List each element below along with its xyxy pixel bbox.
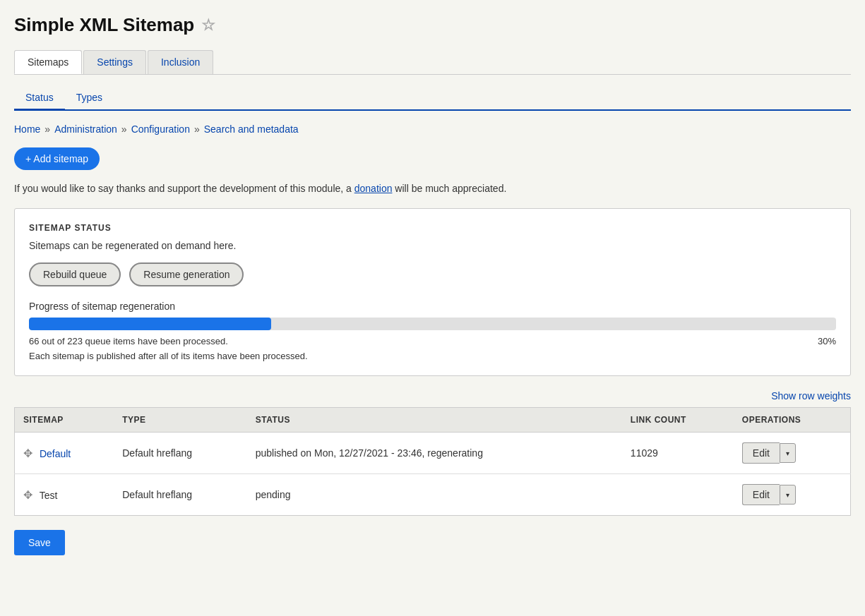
tab-inclusion[interactable]: Inclusion	[148, 50, 213, 74]
status-title: SITEMAP STATUS	[29, 223, 836, 233]
edit-button-default[interactable]: Edit	[742, 442, 780, 464]
cell-link-count-default: 11029	[622, 433, 734, 474]
info-suffix: will be much appreciated.	[395, 183, 506, 194]
save-button[interactable]: Save	[14, 530, 65, 555]
row-weights-container: Show row weights	[14, 390, 851, 401]
cell-sitemap-default: ✥ Default	[15, 433, 114, 474]
tab-divider	[14, 74, 851, 75]
sitemap-label-test: Test	[40, 490, 58, 501]
progress-bar-fill	[29, 318, 271, 330]
breadcrumb-home[interactable]: Home	[14, 123, 40, 135]
edit-dropdown-test[interactable]: ▾	[780, 485, 796, 505]
star-icon[interactable]: ☆	[201, 16, 215, 35]
col-link-count: LINK COUNT	[622, 408, 734, 433]
edit-dropdown-default[interactable]: ▾	[780, 443, 796, 463]
tab-settings[interactable]: Settings	[83, 50, 146, 74]
cell-type-test: Default hreflang	[114, 474, 246, 516]
progress-note: Each sitemap is published after all of i…	[29, 351, 836, 361]
table-row: ✥ Test Default hreflang pending Edit	[15, 474, 851, 516]
progress-label: Progress of sitemap regeneration	[29, 301, 836, 312]
info-text: If you would like to say thanks and supp…	[14, 183, 851, 194]
col-type: TYPE	[114, 408, 246, 433]
progress-percent: 30%	[818, 336, 836, 346]
col-operations: OPERATIONS	[734, 408, 851, 433]
status-buttons: Rebuild queue Resume generation	[29, 262, 836, 286]
drag-handle-test[interactable]: ✥	[23, 489, 32, 501]
table-body: ✥ Default Default hreflang published on …	[15, 433, 851, 516]
cell-status-test: pending	[247, 474, 622, 516]
edit-btn-group-default: Edit ▾	[742, 442, 842, 464]
breadcrumb-sep-1: »	[44, 123, 50, 135]
progress-stats: 66 out of 223 queue items have been proc…	[29, 336, 836, 346]
cell-sitemap-test: ✥ Test	[15, 474, 114, 516]
secondary-tabs: Status Types	[14, 86, 851, 111]
page-title: Simple XML Sitemap	[14, 14, 194, 36]
progress-stats-text: 66 out of 223 queue items have been proc…	[29, 336, 228, 346]
tab-status[interactable]: Status	[14, 86, 65, 111]
col-status: STATUS	[247, 408, 622, 433]
sitemap-link-default[interactable]: Default	[40, 448, 71, 459]
type-default: Default hreflang	[122, 447, 192, 459]
drag-handle-default[interactable]: ✥	[23, 447, 32, 459]
type-test: Default hreflang	[122, 489, 192, 500]
rebuild-queue-button[interactable]: Rebuild queue	[29, 262, 121, 286]
donation-link[interactable]: donation	[354, 183, 393, 194]
chevron-down-icon: ▾	[786, 449, 789, 457]
tab-sitemaps[interactable]: Sitemaps	[14, 50, 82, 74]
table-header-row: SITEMAP TYPE STATUS LINK COUNT OPERATION…	[15, 408, 851, 433]
breadcrumb-administration[interactable]: Administration	[54, 123, 117, 135]
table-row: ✥ Default Default hreflang published on …	[15, 433, 851, 474]
cell-status-default: published on Mon, 12/27/2021 - 23:46, re…	[247, 433, 622, 474]
show-row-weights-link[interactable]: Show row weights	[771, 390, 851, 401]
cell-operations-default: Edit ▾	[734, 433, 851, 474]
cell-type-default: Default hreflang	[114, 433, 246, 474]
add-sitemap-button[interactable]: + Add sitemap	[14, 147, 100, 170]
sitemaps-table: SITEMAP TYPE STATUS LINK COUNT OPERATION…	[14, 407, 851, 516]
breadcrumb-sep-3: »	[194, 123, 200, 135]
primary-tabs: Sitemaps Settings Inclusion	[14, 50, 851, 74]
table-header: SITEMAP TYPE STATUS LINK COUNT OPERATION…	[15, 408, 851, 433]
link-count-default: 11029	[631, 447, 658, 459]
breadcrumb-search-metadata[interactable]: Search and metadata	[204, 123, 299, 135]
status-description: Sitemaps can be regenerated on demand he…	[29, 240, 836, 251]
status-test: pending	[256, 489, 291, 500]
resume-generation-button[interactable]: Resume generation	[129, 262, 244, 286]
cell-operations-test: Edit ▾	[734, 474, 851, 516]
chevron-down-icon: ▾	[786, 491, 789, 499]
edit-btn-group-test: Edit ▾	[742, 484, 842, 505]
cell-link-count-test	[622, 474, 734, 516]
tab-types[interactable]: Types	[65, 86, 114, 109]
progress-bar-container	[29, 318, 836, 330]
status-default: published on Mon, 12/27/2021 - 23:46, re…	[256, 447, 483, 459]
page-title-container: Simple XML Sitemap ☆	[14, 14, 851, 36]
breadcrumb-configuration[interactable]: Configuration	[131, 123, 190, 135]
sitemap-status-box: SITEMAP STATUS Sitemaps can be regenerat…	[14, 208, 851, 376]
breadcrumb: Home » Administration » Configuration » …	[14, 123, 851, 135]
breadcrumb-sep-2: »	[121, 123, 127, 135]
info-prefix: If you would like to say thanks and supp…	[14, 183, 352, 194]
col-sitemap: SITEMAP	[15, 408, 114, 433]
edit-button-test[interactable]: Edit	[742, 484, 780, 505]
